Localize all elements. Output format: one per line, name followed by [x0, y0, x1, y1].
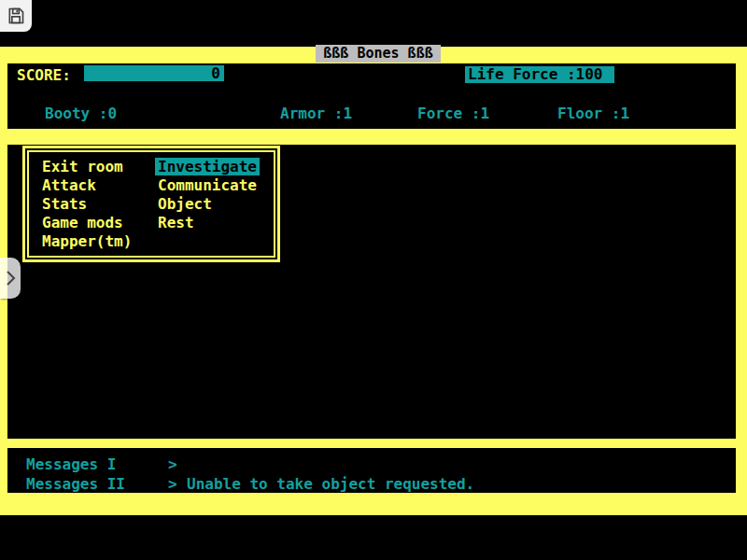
message-2-prompt: > [168, 475, 177, 494]
menu-inner-border: Exit room Attack Stats Game mods Mapper(… [27, 150, 275, 258]
stat-booty: Booty :0 [45, 105, 117, 122]
stat-armor: Armor :1 [280, 105, 352, 122]
score-label: SCORE: [17, 67, 71, 84]
message-line-2: Messages II > Unable to take object requ… [7, 475, 736, 494]
menu-item-rest[interactable]: Rest [158, 214, 260, 232]
menu-item-attack[interactable]: Attack [42, 176, 158, 195]
main-panel: Exit room Attack Stats Game mods Mapper(… [7, 145, 736, 439]
message-2-label: Messages II [26, 475, 125, 494]
menu-item-mapper[interactable]: Mapper(tm) [42, 232, 158, 251]
menu-item-object[interactable]: Object [158, 195, 260, 214]
message-2-text: Unable to take object requested. [187, 475, 474, 494]
drawer-handle-button[interactable] [0, 258, 21, 299]
menu-column-left: Exit room Attack Stats Game mods Mapper(… [42, 158, 158, 256]
score-value: 0 [211, 64, 224, 82]
title-bar: ßßß Bones ßßß [316, 45, 441, 63]
life-force-badge: Life Force :100 [465, 66, 614, 83]
menu-item-communicate[interactable]: Communicate [158, 176, 260, 195]
stat-force: Force :1 [417, 105, 489, 122]
message-line-1: Messages I > [7, 455, 736, 474]
message-1-prompt: > [168, 455, 177, 474]
menu-item-exit-room[interactable]: Exit room [42, 158, 158, 176]
menu-item-stats[interactable]: Stats [42, 195, 158, 214]
save-button[interactable] [0, 0, 32, 32]
stat-floor: Floor :1 [557, 105, 629, 122]
chevron-right-icon [4, 268, 17, 288]
floppy-disk-icon [7, 7, 25, 25]
page-title: ßßß Bones ßßß [323, 45, 432, 62]
messages-panel: Messages I > Messages II > Unable to tak… [7, 448, 736, 493]
score-bar: 0 [84, 65, 224, 81]
menu-item-game-mods[interactable]: Game mods [42, 214, 158, 232]
status-panel: SCORE: 0 Life Force :100 Booty :0 Armor … [7, 63, 736, 129]
menu-box: Exit room Attack Stats Game mods Mapper(… [22, 146, 280, 262]
menu-column-right: Investigate Communicate Object Rest [158, 158, 260, 256]
menu-item-investigate-selected[interactable]: Investigate [158, 158, 260, 176]
game-screen: ßßß Bones ßßß SCORE: 0 Life Force :100 B… [0, 0, 747, 560]
message-1-label: Messages I [26, 455, 116, 474]
